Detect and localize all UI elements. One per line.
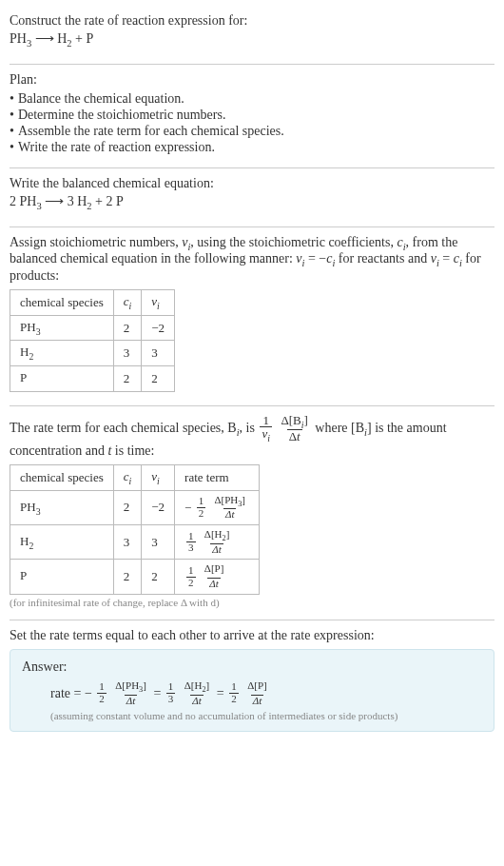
coef-h2: 3 H2 xyxy=(68,194,92,208)
col-ci: ci xyxy=(113,290,142,316)
unbalanced-equation: PH3 ⟶ H2 + P xyxy=(10,30,494,49)
problem-header: Construct the rate of reaction expressio… xyxy=(10,8,494,62)
coef-ph3: 2 PH3 xyxy=(10,194,42,208)
divider xyxy=(10,405,494,406)
plan-title: Plan: xyxy=(10,72,494,88)
divider xyxy=(10,167,494,168)
balanced-section: Write the balanced chemical equation: 2 … xyxy=(10,170,494,225)
col-vi: νi xyxy=(142,290,175,316)
col-species: chemical species xyxy=(10,465,114,491)
table-row: H2 3 3 13 Δ[H2]Δt xyxy=(10,525,260,560)
stoich-table: chemical species ci νi PH3 2 −2 H2 3 3 P… xyxy=(10,289,175,391)
coef-p: 2 P xyxy=(106,194,123,208)
rate-term-table: chemical species ci νi rate term PH3 2 −… xyxy=(10,464,260,595)
bullet-icon: • xyxy=(10,124,14,139)
table-row: H2 3 3 xyxy=(10,341,175,366)
table-row: PH3 2 −2 − 12 Δ[PH3]Δt xyxy=(10,490,260,524)
stoich-section: Assign stoichiometric numbers, νi, using… xyxy=(10,229,494,403)
balanced-equation: 2 PH3 ⟶ 3 H2 + 2 P xyxy=(10,193,494,211)
divider xyxy=(10,226,494,227)
arrow-icon: ⟶ xyxy=(45,194,64,208)
plan-item: •Balance the chemical equation. xyxy=(10,91,494,107)
infinitesimal-note: (for infinitesimal rate of change, repla… xyxy=(10,597,494,608)
species-ph3: PH3 xyxy=(10,31,31,46)
col-vi: νi xyxy=(142,465,175,491)
answer-expression: rate = − 12 Δ[PH3]Δt = 13 Δ[H2]Δt = 12 Δ… xyxy=(22,680,482,706)
bullet-icon: • xyxy=(10,91,14,107)
prompt-text: Construct the rate of reaction expressio… xyxy=(10,13,494,29)
answer-label: Answer: xyxy=(22,659,482,675)
final-title: Set the rate terms equal to each other t… xyxy=(10,628,494,643)
answer-note: (assuming constant volume and no accumul… xyxy=(22,710,482,721)
col-rate: rate term xyxy=(175,465,260,491)
plan-list: •Balance the chemical equation. •Determi… xyxy=(10,91,494,155)
divider xyxy=(10,64,494,65)
col-ci: ci xyxy=(113,465,142,491)
plan-item: •Assemble the rate term for each chemica… xyxy=(10,124,494,139)
bullet-icon: • xyxy=(10,140,14,155)
fraction: 1 νi xyxy=(260,414,272,443)
arrow-icon: ⟶ xyxy=(35,31,54,46)
table-row: PH3 2 −2 xyxy=(10,315,175,341)
species-h2: H2 xyxy=(57,31,71,46)
stoich-intro: Assign stoichiometric numbers, νi, using… xyxy=(10,235,494,285)
final-section: Set the rate terms equal to each other t… xyxy=(10,622,494,741)
balanced-title: Write the balanced chemical equation: xyxy=(10,176,494,191)
bullet-icon: • xyxy=(10,108,14,123)
table-header-row: chemical species ci νi xyxy=(10,290,175,316)
species-p: P xyxy=(86,31,93,46)
table-row: P 2 2 xyxy=(10,365,175,391)
plan-item: •Write the rate of reaction expression. xyxy=(10,140,494,155)
table-row: P 2 2 12 Δ[P]Δt xyxy=(10,560,260,594)
rate-term-section: The rate term for each chemical species,… xyxy=(10,408,494,618)
plan-item: •Determine the stoichiometric numbers. xyxy=(10,108,494,123)
plan-section: Plan: •Balance the chemical equation. •D… xyxy=(10,67,494,166)
fraction: Δ[Bi] Δt xyxy=(279,414,309,443)
answer-box: Answer: rate = − 12 Δ[PH3]Δt = 13 Δ[H2]Δ… xyxy=(10,649,494,732)
table-header-row: chemical species ci νi rate term xyxy=(10,465,260,491)
divider xyxy=(10,620,494,620)
col-species: chemical species xyxy=(10,290,114,316)
rate-term-intro: The rate term for each chemical species,… xyxy=(10,414,494,459)
